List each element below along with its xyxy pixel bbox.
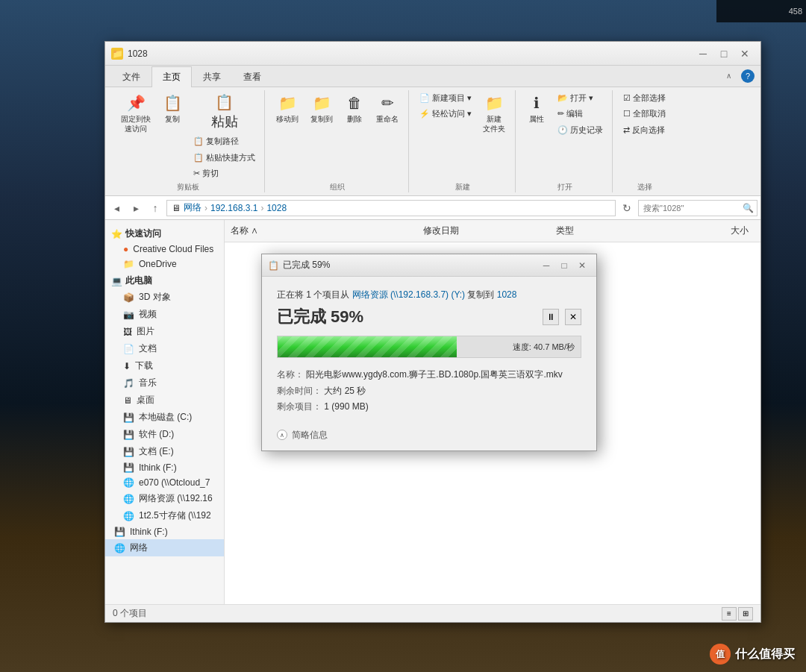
back-button[interactable]: ◂ xyxy=(108,200,125,216)
picture-icon: 🖼 xyxy=(123,327,132,337)
dialog-ctrl-buttons: ⏸ ✕ xyxy=(543,309,581,325)
rename-button[interactable]: ✏ 重命名 xyxy=(371,90,404,127)
copy-button[interactable]: 📋 复制 xyxy=(157,90,187,127)
delete-button[interactable]: 🗑 删除 xyxy=(340,90,369,127)
ribbon-open-buttons: ℹ 属性 📂 打开 ▾ ✏ 编辑 🕐 历史记录 xyxy=(522,90,607,180)
maximize-button[interactable]: □ xyxy=(714,46,734,61)
pin-quick-access-button[interactable]: 📌 固定到快速访问 xyxy=(116,90,156,136)
new-label: 新建 xyxy=(455,180,470,192)
col-date-header[interactable]: 修改日期 xyxy=(417,223,550,239)
organize-label: 组织 xyxy=(330,180,345,192)
sidebar-this-pc[interactable]: 💻 此电脑 xyxy=(105,271,224,289)
watermark-text: 什么值得买 xyxy=(735,647,795,662)
forward-button[interactable]: ▸ xyxy=(128,200,144,216)
copy-icon: 📋 xyxy=(163,93,182,113)
stop-button[interactable]: ✕ xyxy=(565,309,581,325)
copy-path-button[interactable]: 📋 复制路径 xyxy=(189,134,260,148)
sidebar-onedrive[interactable]: 📁 OneDrive xyxy=(105,257,224,271)
computer-icon: 💻 xyxy=(111,276,122,286)
path-network[interactable]: 网络 xyxy=(184,201,202,214)
tiles-view-button[interactable]: ⊞ xyxy=(738,607,753,621)
sidebar-storage[interactable]: 🌐 1t2.5寸存储 (\\192 xyxy=(105,507,224,524)
properties-button[interactable]: ℹ 属性 xyxy=(522,90,552,127)
col-type-header[interactable]: 类型 xyxy=(550,223,683,239)
window-controls: ─ □ ✕ xyxy=(693,46,755,61)
deselect-all-button[interactable]: ☐ 全部取消 xyxy=(619,106,670,121)
tab-home[interactable]: 主页 xyxy=(151,66,192,87)
dialog-maximize-button[interactable]: □ xyxy=(556,259,572,272)
dialog-title-bar: 📋 已完成 59% ─ □ ✕ xyxy=(262,254,596,277)
dialog-close-button[interactable]: ✕ xyxy=(574,259,590,272)
invert-selection-button[interactable]: ⇄ 反向选择 xyxy=(619,122,670,137)
search-input[interactable] xyxy=(638,200,757,216)
cut-button[interactable]: ✂ 剪切 xyxy=(189,166,260,180)
sidebar-docs[interactable]: 📄 文档 xyxy=(105,340,224,357)
sidebar-f-drive[interactable]: 💾 Ithink (F:) xyxy=(105,460,224,475)
sidebar-pictures[interactable]: 🖼 图片 xyxy=(105,323,224,340)
col-size-header[interactable]: 大小 xyxy=(682,223,760,239)
file-name-row: 名称： 阳光电影www.ygdy8.com.狮子王.BD.1080p.国粤英三语… xyxy=(277,367,581,383)
refresh-button[interactable]: ↻ xyxy=(619,200,635,216)
copy-dialog: 📋 已完成 59% ─ □ ✕ 正在将 1 个项目从 网络资源 (\\192.1… xyxy=(261,254,597,451)
sidebar-ithink-f[interactable]: 💾 Ithink (F:) xyxy=(105,524,224,539)
history-icon: 🕐 xyxy=(557,125,568,135)
sidebar-e070[interactable]: 🌐 e070 (\\Otcloud_7 xyxy=(105,475,224,490)
sidebar-network[interactable]: 🌐 网络 xyxy=(105,539,224,556)
new-col: 📄 新建项目 ▾ ⚡ 轻松访问 ▾ xyxy=(415,90,476,122)
select-all-button[interactable]: ☑ 全部选择 xyxy=(619,90,670,105)
progress-fill xyxy=(278,336,457,357)
pause-button[interactable]: ⏸ xyxy=(543,309,559,325)
easy-access-button[interactable]: ⚡ 轻松访问 ▾ xyxy=(415,106,476,121)
edit-button[interactable]: ✏ 编辑 xyxy=(553,106,607,121)
new-folder-button[interactable]: 📁 新建文件夹 xyxy=(478,90,510,136)
sidebar-downloads[interactable]: ⬇ 下载 xyxy=(105,357,224,374)
sidebar-3d[interactable]: 📦 3D 对象 xyxy=(105,289,224,306)
view-buttons: ≡ ⊞ xyxy=(722,607,753,621)
new-item-icon: 📄 xyxy=(419,92,430,103)
sidebar-video[interactable]: 📷 视频 xyxy=(105,306,224,323)
network-drive-icon-1: 🌐 xyxy=(123,477,134,488)
dest-link[interactable]: 1028 xyxy=(497,289,517,300)
search-wrapper: 🔍 xyxy=(638,200,757,216)
up-button[interactable]: ↑ xyxy=(147,200,163,216)
docs-icon: 📄 xyxy=(123,344,134,354)
move-to-button[interactable]: 📁 移动到 xyxy=(271,90,304,127)
details-view-button[interactable]: ≡ xyxy=(722,607,737,621)
minimize-button[interactable]: ─ xyxy=(693,46,713,61)
sidebar-music[interactable]: 🎵 音乐 xyxy=(105,374,224,392)
open-button[interactable]: 📂 打开 ▾ xyxy=(553,90,607,105)
dialog-body: 正在将 1 个项目从 网络资源 (\\192.168.3.7) (Y:) 复制到… xyxy=(262,277,596,424)
close-button[interactable]: ✕ xyxy=(735,46,755,61)
deselect-icon: ☐ xyxy=(623,108,631,119)
tab-share[interactable]: 共享 xyxy=(192,66,232,87)
help-button[interactable]: ? xyxy=(741,69,755,83)
dialog-minimize-button[interactable]: ─ xyxy=(538,259,554,272)
sidebar-creative-cloud[interactable]: ● Creative Cloud Files xyxy=(105,242,224,257)
address-path[interactable]: 🖥 网络 › 192.168.3.1 › 1028 xyxy=(166,200,616,216)
easy-access-icon: ⚡ xyxy=(419,108,430,119)
new-item-button[interactable]: 📄 新建项目 ▾ xyxy=(415,90,476,105)
dialog-footer[interactable]: ∧ 简略信息 xyxy=(262,424,596,450)
tab-view[interactable]: 查看 xyxy=(232,66,272,87)
paste-shortcut-button[interactable]: 📋 粘贴快捷方式 xyxy=(189,150,260,165)
sidebar-desktop[interactable]: 🖥 桌面 xyxy=(105,392,224,409)
sidebar-network-resource[interactable]: 🌐 网络资源 (\\192.16 xyxy=(105,490,224,507)
sidebar-c-drive[interactable]: 💾 本地磁盘 (C:) xyxy=(105,409,224,426)
path-folder[interactable]: 1028 xyxy=(266,203,287,213)
sidebar-quick-access[interactable]: ⭐ 快速访问 xyxy=(105,224,224,242)
history-button[interactable]: 🕐 历史记录 xyxy=(553,122,607,137)
path-ip[interactable]: 192.168.3.1 xyxy=(210,203,257,213)
source-link[interactable]: 网络资源 (\\192.168.3.7) (Y:) xyxy=(352,289,465,300)
copy-to-button[interactable]: 📁 复制到 xyxy=(305,90,338,127)
sidebar-d-drive[interactable]: 💾 软件 (D:) xyxy=(105,426,224,443)
ribbon-collapse-button[interactable]: ∧ xyxy=(719,69,738,84)
collapse-button[interactable]: ∧ xyxy=(277,430,287,440)
tab-file[interactable]: 文件 xyxy=(111,66,151,87)
sidebar-e-drive[interactable]: 💾 文档 (E:) xyxy=(105,443,224,460)
col-name-header[interactable]: 名称 ∧ xyxy=(225,223,417,239)
dialog-subtitle: 正在将 1 个项目从 网络资源 (\\192.168.3.7) (Y:) 复制到… xyxy=(277,289,581,301)
path-sep-1: › xyxy=(204,203,207,213)
pin-icon: 📌 xyxy=(127,93,146,113)
c-drive-icon: 💾 xyxy=(123,412,134,423)
paste-button[interactable]: 📋 粘贴 xyxy=(189,90,260,133)
